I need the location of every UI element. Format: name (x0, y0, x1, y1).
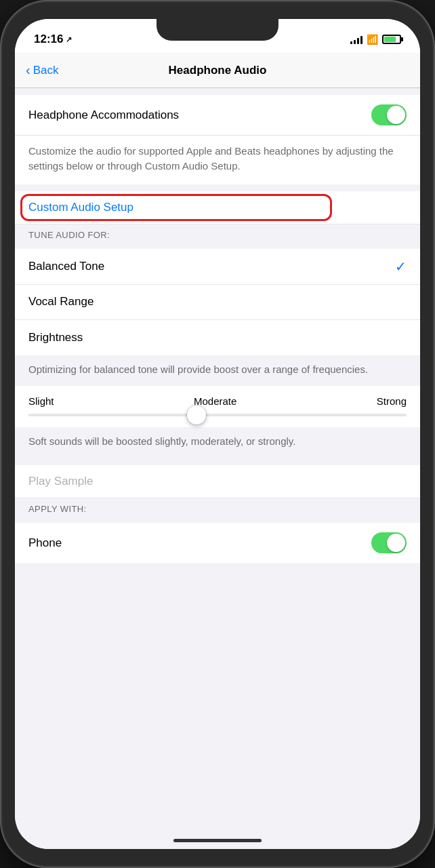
checkmark-icon: ✓ (395, 258, 407, 275)
slider-track[interactable] (28, 414, 407, 416)
tune-audio-section: Balanced Tone ✓ Vocal Range Brightness (15, 249, 420, 355)
gap-1 (15, 184, 420, 191)
back-label[interactable]: Back (33, 64, 59, 77)
nav-bar: ‹ Back Headphone Audio (15, 53, 420, 88)
slider-slight-label: Slight (28, 395, 54, 407)
back-chevron-icon: ‹ (26, 62, 30, 78)
play-sample-row[interactable]: Play Sample (15, 465, 420, 498)
phone-frame: 12:16 ↗ 📶 ‹ Back He (0, 0, 435, 868)
gap-top (15, 88, 420, 95)
time-display: 12:16 (34, 33, 63, 46)
battery-icon (382, 35, 401, 44)
slider-container: Slight Moderate Strong (15, 386, 420, 427)
page-title: Headphone Audio (169, 64, 267, 77)
soft-sounds-description: Soft sounds will be boosted slightly, mo… (15, 427, 420, 458)
brightness-row[interactable]: Brightness (15, 320, 420, 355)
gap-3 (15, 458, 420, 465)
slider-strong-label: Strong (377, 395, 407, 407)
custom-audio-row[interactable]: Custom Audio Setup (15, 191, 420, 224)
brightness-label: Brightness (28, 331, 83, 344)
gap-4: APPLY WITH: (15, 498, 420, 523)
wifi-icon: 📶 (367, 34, 378, 45)
status-time: 12:16 ↗ (34, 33, 72, 46)
accommodations-label: Headphone Accommodations (28, 108, 179, 122)
phone-toggle-knob (387, 534, 405, 552)
accommodations-section: Headphone Accommodations Customize the a… (15, 95, 420, 184)
phone-screen: 12:16 ↗ 📶 ‹ Back He (15, 19, 420, 849)
slider-section: Slight Moderate Strong (15, 386, 420, 427)
apply-with-header: APPLY WITH: (15, 498, 420, 519)
balanced-description: Optimizing for balanced tone will provid… (15, 355, 420, 387)
notch (157, 19, 278, 41)
slider-fill (28, 414, 196, 416)
slider-labels: Slight Moderate Strong (28, 395, 407, 407)
toggle-knob (387, 106, 405, 124)
location-arrow-icon: ↗ (66, 35, 72, 44)
back-button[interactable]: ‹ Back (26, 63, 58, 78)
home-indicator (173, 839, 262, 842)
play-sample-label[interactable]: Play Sample (28, 475, 93, 488)
custom-audio-label[interactable]: Custom Audio Setup (28, 201, 133, 214)
balanced-tone-row[interactable]: Balanced Tone ✓ (15, 249, 420, 285)
tune-audio-header: TUNE AUDIO FOR: (15, 224, 420, 245)
accommodations-description: Customize the audio for supported Apple … (15, 136, 420, 184)
bottom-padding (15, 563, 420, 604)
content-area: Headphone Accommodations Customize the a… (15, 88, 420, 849)
accommodations-toggle[interactable] (371, 104, 407, 125)
accommodations-row: Headphone Accommodations (15, 95, 420, 136)
balanced-tone-label: Balanced Tone (28, 260, 104, 273)
gap-2: TUNE AUDIO FOR: (15, 224, 420, 249)
vocal-range-label: Vocal Range (28, 295, 94, 309)
slider-moderate-label: Moderate (194, 395, 236, 407)
signal-bars-icon (350, 35, 362, 44)
phone-toggle[interactable] (371, 532, 407, 553)
apply-with-section: Phone (15, 523, 420, 563)
phone-row: Phone (15, 523, 420, 563)
vocal-range-row[interactable]: Vocal Range (15, 285, 420, 320)
battery-fill (384, 37, 396, 42)
slider-thumb[interactable] (187, 406, 206, 425)
status-icons: 📶 (350, 34, 401, 45)
phone-label: Phone (28, 536, 62, 550)
